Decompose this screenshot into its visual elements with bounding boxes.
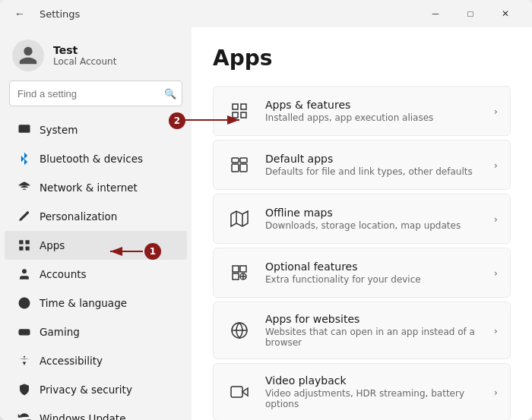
svg-rect-18 — [240, 158, 247, 163]
settings-item-optional-features[interactable]: Optional features Extra functionality fo… — [213, 248, 511, 298]
chevron-right-icon: › — [494, 213, 498, 225]
minimize-button[interactable]: ─ — [418, 0, 453, 27]
svg-rect-8 — [26, 247, 30, 251]
svg-marker-32 — [242, 388, 248, 396]
settings-item-title: Default apps — [265, 153, 482, 165]
svg-rect-11 — [19, 329, 30, 335]
settings-item-text: Video playback Video adjustments, HDR st… — [265, 374, 482, 409]
default-apps-icon — [226, 151, 253, 178]
titlebar-left-controls: ← Settings — [9, 3, 80, 24]
user-section[interactable]: Test Local Account — [0, 27, 192, 81]
settings-item-title: Offline maps — [265, 207, 482, 219]
settings-item-title: Video playback — [265, 374, 482, 387]
settings-item-subtitle: Video adjustments, HDR streaming, batter… — [265, 388, 482, 409]
sidebar-item-time[interactable]: Time & language — [5, 289, 187, 317]
svg-marker-21 — [231, 211, 248, 226]
sidebar-item-bluetooth[interactable]: Bluetooth & devices — [5, 144, 187, 173]
annotation-badge-2: 2 — [169, 112, 185, 129]
user-name: Test — [53, 44, 116, 56]
sidebar-item-label: System — [40, 124, 78, 136]
avatar — [12, 39, 44, 71]
svg-rect-14 — [241, 104, 246, 109]
update-icon — [17, 411, 32, 420]
settings-item-text: Offline maps Downloads, storage location… — [265, 207, 482, 231]
sidebar-item-label: Network & internet — [40, 182, 138, 194]
maximize-button[interactable]: □ — [453, 0, 488, 27]
nav-list: System Bluetooth & devices Network & int… — [0, 115, 192, 420]
settings-item-apps-websites[interactable]: Apps for websites Websites that can open… — [213, 302, 511, 359]
settings-list: Apps & features Installed apps, app exec… — [213, 86, 511, 420]
svg-rect-24 — [233, 266, 239, 272]
settings-item-title: Optional features — [265, 261, 482, 273]
svg-point-9 — [22, 269, 27, 273]
sidebar-item-update[interactable]: Windows Update — [5, 404, 187, 420]
user-info: Test Local Account — [53, 44, 116, 67]
back-icon: ← — [14, 8, 25, 20]
sidebar-item-personalization[interactable]: Personalization — [5, 202, 187, 231]
svg-rect-19 — [232, 164, 239, 172]
svg-rect-5 — [19, 240, 23, 244]
svg-rect-17 — [232, 158, 239, 163]
settings-item-video-playback[interactable]: Video playback Video adjustments, HDR st… — [213, 363, 511, 420]
personalization-icon — [17, 209, 32, 224]
sidebar-item-label: Apps — [40, 239, 65, 251]
settings-item-subtitle: Defaults for file and link types, other … — [265, 166, 482, 177]
sidebar-item-label: Accessibility — [40, 355, 103, 367]
chevron-right-icon: › — [494, 267, 498, 279]
sidebar-item-label: Gaming — [40, 326, 80, 338]
settings-item-subtitle: Websites that can open in an app instead… — [265, 327, 482, 348]
svg-rect-15 — [233, 112, 238, 118]
svg-rect-26 — [233, 273, 239, 279]
maximize-icon: □ — [467, 8, 473, 19]
sidebar-item-label: Accounts — [40, 268, 87, 280]
search-icon: 🔍 — [164, 88, 176, 99]
chevron-right-icon: › — [494, 106, 498, 117]
settings-window: 1 2 ← Settings ─ □ ✕ — [0, 0, 532, 420]
search-input[interactable] — [9, 81, 182, 106]
close-button[interactable]: ✕ — [488, 0, 523, 27]
content-area: Test Local Account 🔍 System Bluetooth & … — [0, 27, 532, 420]
settings-item-title: Apps & features — [265, 99, 482, 111]
sidebar-item-system[interactable]: System — [5, 115, 187, 144]
optional-features-icon — [226, 259, 253, 286]
time-icon — [17, 295, 32, 311]
apps-features-icon — [226, 97, 253, 125]
sidebar-item-label: Bluetooth & devices — [40, 153, 143, 165]
back-button[interactable]: ← — [9, 3, 30, 24]
svg-rect-33 — [231, 387, 242, 397]
svg-rect-13 — [233, 104, 238, 109]
user-subtitle: Local Account — [53, 56, 116, 67]
chevron-right-icon: › — [494, 159, 498, 171]
titlebar: ← Settings ─ □ ✕ — [0, 0, 532, 27]
offline-maps-icon — [226, 205, 253, 232]
settings-item-apps-features[interactable]: Apps & features Installed apps, app exec… — [213, 86, 511, 136]
network-icon — [17, 180, 32, 195]
apps-websites-icon — [226, 317, 253, 344]
svg-rect-6 — [26, 240, 30, 244]
bluetooth-icon — [17, 151, 32, 166]
system-icon — [17, 122, 32, 137]
close-icon: ✕ — [502, 8, 509, 19]
settings-item-text: Optional features Extra functionality fo… — [265, 261, 482, 285]
sidebar: Test Local Account 🔍 System Bluetooth & … — [0, 27, 192, 420]
accounts-icon — [17, 267, 32, 282]
accessibility-icon — [17, 353, 32, 368]
main-panel: Apps Apps & features Installed apps, app… — [192, 27, 532, 420]
settings-item-text: Default apps Defaults for file and link … — [265, 153, 482, 177]
settings-item-offline-maps[interactable]: Offline maps Downloads, storage location… — [213, 194, 511, 244]
sidebar-item-privacy[interactable]: Privacy & security — [5, 375, 187, 404]
sidebar-item-accessibility[interactable]: Accessibility — [5, 346, 187, 375]
sidebar-item-label: Privacy & security — [40, 384, 132, 396]
svg-rect-25 — [240, 266, 246, 272]
settings-item-subtitle: Installed apps, app execution aliases — [265, 112, 482, 123]
sidebar-item-accounts[interactable]: Accounts — [5, 260, 187, 289]
page-title: Apps — [213, 46, 511, 71]
apps-icon — [17, 238, 32, 253]
settings-item-default-apps[interactable]: Default apps Defaults for file and link … — [213, 140, 511, 190]
svg-point-12 — [24, 356, 25, 358]
sidebar-item-network[interactable]: Network & internet — [5, 173, 187, 202]
sidebar-item-gaming[interactable]: Gaming — [5, 317, 187, 346]
sidebar-item-label: Personalization — [40, 210, 117, 223]
sidebar-item-label: Windows Update — [40, 412, 125, 420]
svg-rect-7 — [19, 247, 23, 251]
